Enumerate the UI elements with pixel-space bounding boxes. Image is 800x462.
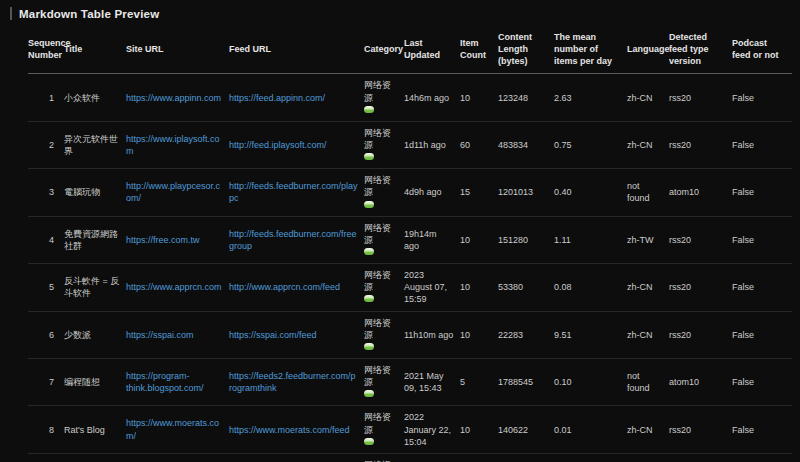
cell-feed-url: http://feed.iplaysoft.com/ xyxy=(229,121,364,168)
cell-category: 网络资源 xyxy=(364,121,404,168)
site-url-link[interactable]: https://www.apprcn.com xyxy=(126,282,222,292)
cell-language: zh-CN xyxy=(627,453,669,462)
cell-feed-url: https://51.ruyo.net/feed/ xyxy=(229,453,364,462)
feed-url-link[interactable]: https://feeds2.feedburner.com/programthi… xyxy=(229,371,356,393)
feed-url-link[interactable]: https://feed.appinn.com/ xyxy=(229,93,325,103)
column-header-10: Language xyxy=(627,26,669,74)
cell-sequence-number: 9 xyxy=(28,453,64,462)
cell-last-updated: 1d11h ago xyxy=(404,121,460,168)
category-label: 网络资源 xyxy=(364,317,398,341)
category-green-dot-icon xyxy=(364,248,374,255)
site-url-link[interactable]: https://sspai.com xyxy=(126,330,194,340)
cell-item-count: 60 xyxy=(460,121,498,168)
cell-category: 网络资源 xyxy=(364,311,404,358)
feed-url-link[interactable]: https://www.moerats.com/feed xyxy=(229,425,350,435)
cell-content-length: 483834 xyxy=(498,121,554,168)
cell-sequence-number: 7 xyxy=(28,358,64,405)
category-green-dot-icon xyxy=(364,106,374,113)
cell-podcast-or-not: False xyxy=(732,264,792,311)
cell-last-updated: 4d9h ago xyxy=(404,169,460,216)
cell-item-count: 10 xyxy=(460,311,498,358)
title-accent-bar xyxy=(10,7,12,20)
feed-url-link[interactable]: http://feeds.feedburner.com/playpc xyxy=(229,181,358,203)
cell-item-count: 15 xyxy=(460,169,498,216)
table-row: 1 小众软件 https://www.appinn.com https://fe… xyxy=(28,74,792,121)
feed-url-link[interactable]: http://feed.iplaysoft.com/ xyxy=(229,140,327,150)
table-body: 1 小众软件 https://www.appinn.com https://fe… xyxy=(28,74,792,462)
cell-language: not found xyxy=(627,358,669,405)
cell-site-url: https://program-think.blogspot.com/ xyxy=(126,358,229,405)
category-green-dot-icon xyxy=(364,201,374,208)
table-row: 6 少数派 https://sspai.com https://sspai.co… xyxy=(28,311,792,358)
cell-mean-items-per-day: 2.63 xyxy=(554,74,627,121)
site-url-link[interactable]: https://program-think.blogspot.com/ xyxy=(126,371,204,393)
cell-content-length: 22283 xyxy=(498,311,554,358)
cell-podcast-or-not: False xyxy=(732,216,792,263)
cell-sequence-number: 3 xyxy=(28,169,64,216)
cell-sequence-number: 4 xyxy=(28,216,64,263)
category-green-dot-icon xyxy=(364,295,374,302)
cell-title: 小众软件 xyxy=(64,74,126,121)
site-url-link[interactable]: https://www.appinn.com xyxy=(126,93,221,103)
cell-language: zh-CN xyxy=(627,121,669,168)
cell-podcast-or-not: False xyxy=(732,358,792,405)
cell-site-url: https://www.apprcn.com xyxy=(126,264,229,311)
category-label: 网络资源 xyxy=(364,269,398,293)
markdown-preview-page: Markdown Table Preview Sequence NumberTi… xyxy=(0,0,800,462)
cell-mean-items-per-day: 0.10 xyxy=(554,358,627,405)
cell-title: 少数派 xyxy=(64,311,126,358)
site-url-link[interactable]: http://www.playpcesor.com/ xyxy=(126,181,220,203)
cell-feed-url: http://www.apprcn.com/feed xyxy=(229,264,364,311)
cell-category: 网络资源 xyxy=(364,169,404,216)
cell-feed-type-version: atom10 xyxy=(669,358,732,405)
site-url-link[interactable]: https://free.com.tw xyxy=(126,235,200,245)
feed-url-link[interactable]: http://www.apprcn.com/feed xyxy=(229,282,340,292)
cell-feed-type-version: rss20 xyxy=(669,264,732,311)
cell-language: zh-CN xyxy=(627,406,669,453)
feed-url-link[interactable]: http://feeds.feedburner.com/freegroup xyxy=(229,229,357,251)
category-green-dot-icon xyxy=(364,390,374,397)
cell-feed-url: https://feed.appinn.com/ xyxy=(229,74,364,121)
cell-mean-items-per-day: 9.51 xyxy=(554,311,627,358)
cell-podcast-or-not: False xyxy=(732,169,792,216)
column-header-3: Site URL xyxy=(126,26,229,74)
cell-podcast-or-not: False xyxy=(732,453,792,462)
cell-category: 网络资源 xyxy=(364,216,404,263)
table-row: 3 電腦玩物 http://www.playpcesor.com/ http:/… xyxy=(28,169,792,216)
category-label: 网络资源 xyxy=(364,174,398,198)
table-header-row: Sequence NumberTitleSite URLFeed URLCate… xyxy=(28,26,792,74)
cell-item-count: 10 xyxy=(460,453,498,462)
cell-item-count: 10 xyxy=(460,264,498,311)
table-row: 8 Rat's Blog https://www.moerats.com/ ht… xyxy=(28,406,792,453)
column-header-8: Content Length (bytes) xyxy=(498,26,554,74)
cell-language: zh-CN xyxy=(627,264,669,311)
cell-language: zh-CN xyxy=(627,74,669,121)
cell-feed-url: https://www.moerats.com/feed xyxy=(229,406,364,453)
column-header-7: Item Count xyxy=(460,26,498,74)
cell-last-updated: 20h34m ago xyxy=(404,453,460,462)
cell-feed-type-version: rss20 xyxy=(669,216,732,263)
feed-url-link[interactable]: https://sspai.com/feed xyxy=(229,330,317,340)
cell-sequence-number: 1 xyxy=(28,74,64,121)
cell-feed-type-version: rss20 xyxy=(669,74,732,121)
cell-item-count: 10 xyxy=(460,406,498,453)
cell-mean-items-per-day: 0.01 xyxy=(554,406,627,453)
site-url-link[interactable]: https://www.iplaysoft.com xyxy=(126,134,220,156)
cell-content-length: 1788545 xyxy=(498,358,554,405)
cell-last-updated: 2022 January 22, 15:04 xyxy=(404,406,460,453)
preview-title: Markdown Table Preview xyxy=(0,0,800,24)
table-row: 5 反斗軟件 = 反斗软件 https://www.apprcn.com htt… xyxy=(28,264,792,311)
cell-category: 网络资源 xyxy=(364,358,404,405)
cell-feed-type-version: rss20 xyxy=(669,121,732,168)
cell-podcast-or-not: False xyxy=(732,406,792,453)
column-header-4: Feed URL xyxy=(229,26,364,74)
cell-site-url: https://www.moerats.com/ xyxy=(126,406,229,453)
cell-sequence-number: 6 xyxy=(28,311,64,358)
cell-title: Rat's Blog xyxy=(64,406,126,453)
cell-title: 電腦玩物 xyxy=(64,169,126,216)
cell-sequence-number: 5 xyxy=(28,264,64,311)
column-header-1: Sequence Number xyxy=(28,26,64,74)
cell-content-length: 53380 xyxy=(498,264,554,311)
site-url-link[interactable]: https://www.moerats.com/ xyxy=(126,418,219,440)
category-label: 网络资源 xyxy=(364,79,398,103)
